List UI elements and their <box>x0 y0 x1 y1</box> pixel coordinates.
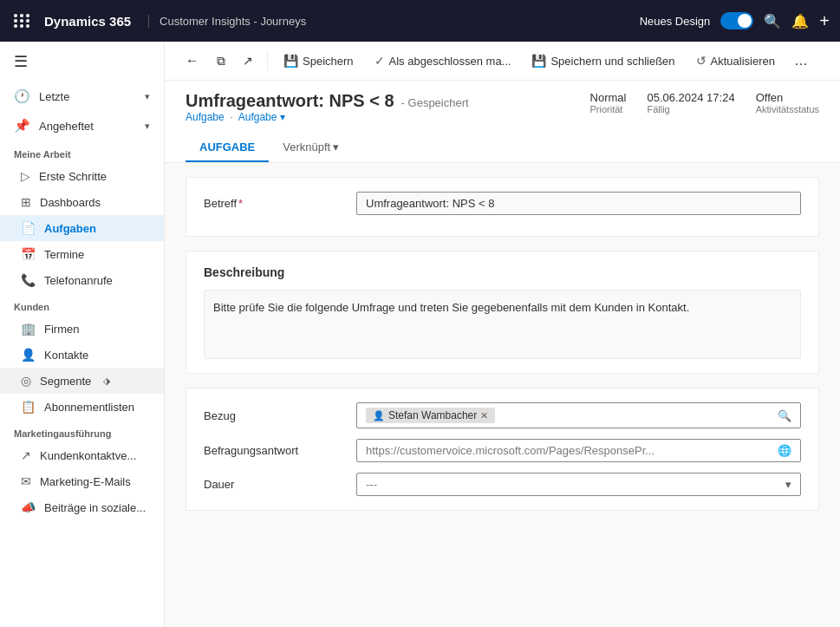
kundenkontakte-icon: ↗ <box>21 448 31 462</box>
tab-aufgabe[interactable]: AUFGABE <box>186 134 269 162</box>
bezug-search-icon[interactable]: 🔍 <box>778 409 791 422</box>
sidebar-item-erste-schritte[interactable]: ▷ Erste Schritte <box>0 163 164 189</box>
aufgaben-icon: 📄 <box>21 221 36 235</box>
betreff-card: Betreff* <box>186 177 819 237</box>
sidebar-item-aufgaben[interactable]: 📄 Aufgaben <box>0 215 164 241</box>
telefonanrufe-label: Telefonanrufe <box>44 274 113 287</box>
beschreibung-title: Beschreibung <box>204 265 801 279</box>
top-navigation: Dynamics 365 Customer Insights - Journey… <box>0 0 840 42</box>
sidebar-item-kontakte[interactable]: 👤 Kontakte <box>0 342 164 368</box>
erste-schritte-label: Erste Schritte <box>39 170 107 183</box>
telefonanrufe-icon: 📞 <box>21 273 36 287</box>
dauer-dropdown[interactable]: --- ▾ <box>356 473 801 496</box>
save-close-icon: 💾 <box>531 54 546 68</box>
breadcrumb-chevron: ▾ <box>280 111 285 123</box>
app-name: Customer Insights - Journeys <box>148 15 306 28</box>
betreff-row: Betreff* <box>204 192 801 215</box>
beschreibung-text[interactable]: Bitte prüfe Sie die folgende Umfrage und… <box>204 290 801 359</box>
open-external-button[interactable]: ↗ <box>236 49 260 72</box>
new-design-toggle[interactable] <box>720 12 753 29</box>
saved-status: - Gespeichert <box>401 96 469 109</box>
sidebar-item-marketing-emails[interactable]: ✉ Marketing-E-Mails <box>0 468 164 494</box>
sidebar-item-segmente[interactable]: ◎ Segmente ⬗ <box>0 368 164 394</box>
refresh-button[interactable]: ↺ Aktualisieren <box>687 49 784 72</box>
record-meta: Normal Priorität 05.06.2024 17:24 Fällig… <box>590 91 819 114</box>
segmente-icon: ◎ <box>21 374 31 388</box>
breadcrumb: Aufgabe · Aufgabe ▾ <box>186 111 576 123</box>
tab-dropdown-chevron: ▾ <box>333 140 339 153</box>
complete-label: Als abgeschlossen ma... <box>389 55 511 68</box>
sidebar-item-letzte[interactable]: 🕐 Letzte ▾ <box>0 82 164 111</box>
status-label: Aktivitätsstatus <box>756 104 819 114</box>
save-icon: 💾 <box>283 54 298 68</box>
record-tabs: AUFGABE Verknüpft ▾ <box>186 134 819 162</box>
bezug-value: 👤 Stefan Wambacher ✕ 🔍 <box>356 402 801 428</box>
befragungsantwort-value: https://customervoice.microsoft.com/Page… <box>356 439 801 462</box>
marketing-emails-label: Marketing-E-Mails <box>40 475 131 488</box>
required-indicator: * <box>238 197 243 210</box>
bezug-tag-text: Stefan Wambacher <box>388 409 477 421</box>
status-value: Offen <box>756 91 819 104</box>
bezug-label: Bezug <box>204 409 342 422</box>
sidebar-item-beitraege[interactable]: 📣 Beiträge in soziale... <box>0 494 164 520</box>
sidebar-item-termine[interactable]: 📅 Termine <box>0 241 164 267</box>
complete-icon: ✓ <box>374 54 385 68</box>
sidebar-item-firmen[interactable]: 🏢 Firmen <box>0 316 164 342</box>
beitraege-label: Beiträge in soziale... <box>44 501 146 514</box>
sidebar-item-angeheftet[interactable]: 📌 Angeheftet ▾ <box>0 111 164 140</box>
segmente-label: Segmente <box>40 375 91 388</box>
betreff-input[interactable] <box>356 192 801 215</box>
befragungsantwort-label: Befragungsantwort <box>204 444 342 457</box>
notifications-button[interactable]: 🔔 <box>791 13 809 29</box>
sidebar-item-dashboards[interactable]: ⊞ Dashboards <box>0 189 164 215</box>
dashboards-icon: ⊞ <box>21 195 31 209</box>
back-button[interactable]: ← <box>179 49 206 73</box>
bezug-tag-close[interactable]: ✕ <box>480 410 488 421</box>
dauer-chevron: ▾ <box>785 478 791 491</box>
kontakte-label: Kontakte <box>44 349 88 362</box>
angeheftet-icon: 📌 <box>14 118 30 134</box>
termine-icon: 📅 <box>21 247 36 261</box>
save-label: Speichern <box>303 55 354 68</box>
letzte-label: Letzte <box>39 90 69 103</box>
app-grid-button[interactable] <box>10 10 34 31</box>
copy-button[interactable]: ⧉ <box>210 49 232 73</box>
kundenkontakte-label: Kundenkontaktve... <box>40 449 136 462</box>
due-label: Fällig <box>647 104 734 114</box>
kontakte-icon: 👤 <box>21 348 36 362</box>
breadcrumb-type[interactable]: Aufgabe <box>186 111 225 123</box>
due-value: 05.06.2024 17:24 <box>647 91 734 104</box>
save-button[interactable]: 💾 Speichern <box>275 49 362 72</box>
separator-1 <box>267 50 268 71</box>
complete-button[interactable]: ✓ Als abgeschlossen ma... <box>366 49 520 72</box>
sidebar-hamburger[interactable]: ☰ <box>0 42 164 82</box>
bezug-row: Bezug 👤 Stefan Wambacher ✕ 🔍 <box>204 402 801 428</box>
new-design-label: Neues Design <box>640 15 711 28</box>
save-close-button[interactable]: 💾 Speichern und schließen <box>523 49 683 72</box>
priority-label: Priorität <box>590 104 627 114</box>
befragungsantwort-url[interactable]: https://customervoice.microsoft.com/Page… <box>366 444 654 457</box>
beschreibung-card: Beschreibung Bitte prüfe Sie die folgend… <box>186 251 819 374</box>
sidebar-item-abonnementlisten[interactable]: 📋 Abonnementlisten <box>0 394 164 420</box>
add-button[interactable]: + <box>819 11 830 31</box>
termine-label: Termine <box>44 248 84 261</box>
toolbar: ← ⧉ ↗ 💾 Speichern ✓ Als abgeschlossen ma… <box>165 42 840 81</box>
sidebar-item-telefonanrufe[interactable]: 📞 Telefonanrufe <box>0 267 164 293</box>
refresh-icon: ↺ <box>696 54 707 68</box>
url-globe-icon[interactable]: 🌐 <box>778 444 791 457</box>
app-grid-icon <box>14 14 30 28</box>
toggle-knob <box>738 14 752 28</box>
search-button[interactable]: 🔍 <box>764 13 781 29</box>
refresh-label: Aktualisieren <box>711 55 775 68</box>
beitraege-icon: 📣 <box>21 500 36 514</box>
more-button[interactable]: … <box>787 49 815 73</box>
dauer-value: --- <box>366 478 377 491</box>
aufgaben-label: Aufgaben <box>44 222 96 235</box>
group-meine-arbeit: Meine Arbeit <box>0 140 164 163</box>
angeheftet-chevron: ▾ <box>145 121 150 132</box>
firmen-label: Firmen <box>44 323 79 336</box>
breadcrumb-entity[interactable]: Aufgabe ▾ <box>238 111 285 123</box>
tab-verknuepft[interactable]: Verknüpft ▾ <box>269 134 353 162</box>
sidebar-item-kundenkontakte[interactable]: ↗ Kundenkontaktve... <box>0 442 164 468</box>
record-header: Umfrageantwort: NPS < 8 - Gespeichert Au… <box>165 81 840 163</box>
